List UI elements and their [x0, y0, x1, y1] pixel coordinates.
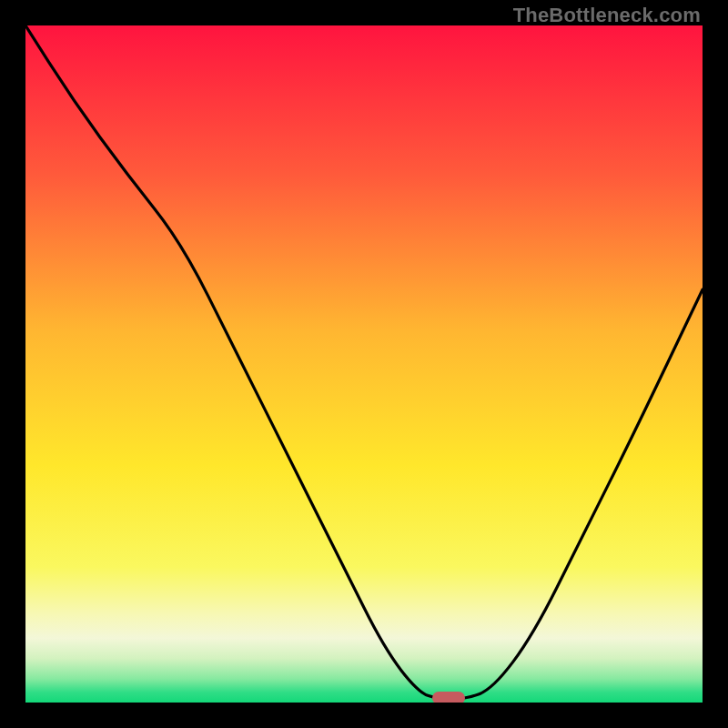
watermark-text: TheBottleneck.com	[513, 4, 701, 27]
bottleneck-curve	[25, 25, 703, 703]
chart-frame: TheBottleneck.com	[0, 0, 728, 728]
plot-area	[25, 25, 703, 703]
optimal-marker	[432, 692, 465, 703]
